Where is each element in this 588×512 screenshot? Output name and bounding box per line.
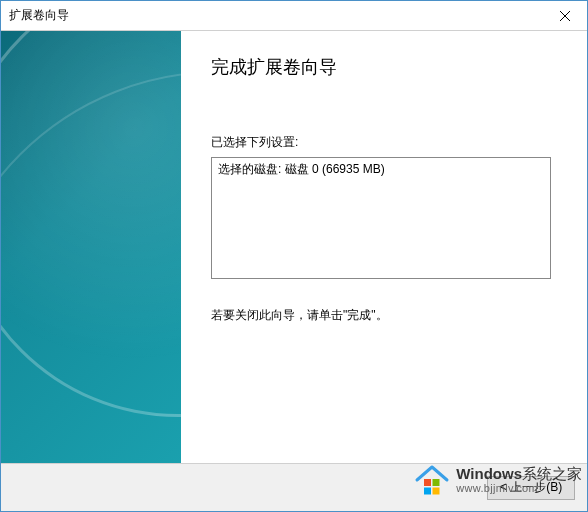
settings-summary-box: 选择的磁盘: 磁盘 0 (66935 MB) (211, 157, 551, 279)
close-icon (560, 11, 570, 21)
close-button[interactable] (542, 1, 587, 30)
content-pane: 完成扩展卷向导 已选择下列设置: 选择的磁盘: 磁盘 0 (66935 MB) … (181, 31, 587, 463)
back-button[interactable]: < 上一步(B) (487, 476, 575, 500)
wizard-footer: < 上一步(B) (1, 463, 587, 511)
wizard-sidebar-graphic (1, 31, 181, 463)
body-area: 完成扩展卷向导 已选择下列设置: 选择的磁盘: 磁盘 0 (66935 MB) … (1, 31, 587, 463)
window-title: 扩展卷向导 (9, 7, 69, 24)
settings-label: 已选择下列设置: (211, 134, 557, 151)
close-hint-text: 若要关闭此向导，请单击"完成"。 (211, 307, 557, 324)
titlebar: 扩展卷向导 (1, 1, 587, 31)
page-heading: 完成扩展卷向导 (211, 55, 557, 79)
wizard-window: 扩展卷向导 完成扩展卷向导 已选择下列设置: 选择的磁盘: 磁盘 0 (6693… (0, 0, 588, 512)
selected-disk-line: 选择的磁盘: 磁盘 0 (66935 MB) (218, 161, 544, 178)
